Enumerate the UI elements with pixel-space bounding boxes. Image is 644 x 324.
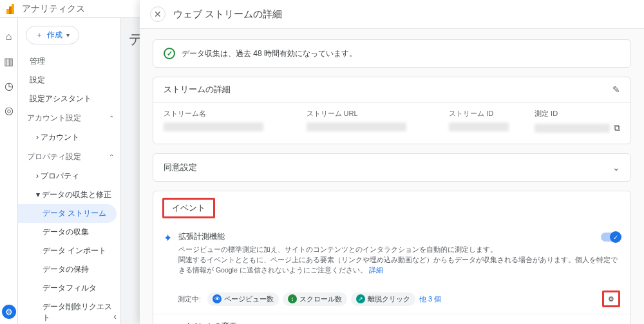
stream-details-header: ストリームの詳細 [164,84,231,95]
close-button[interactable]: ✕ [150,6,166,22]
enhanced-details-link[interactable]: 詳細 [369,266,383,274]
status-text: データ収集は、過去 48 時間有効になっています。 [182,48,357,59]
chevron-down-icon: ▾ [66,32,70,39]
collapse-sidebar-icon[interactable]: ‹ [113,311,117,321]
sidebar-data-import[interactable]: データ インポート [18,242,120,260]
sidebar-data-stream[interactable]: データ ストリーム [18,204,117,223]
scroll-icon: ↕ [288,294,297,303]
label-stream-name: ストリーム名 [164,109,307,119]
chip-scroll: ↕スクロール数 [283,292,347,306]
sidebar-data-delete-req[interactable]: データ削除リクエスト [18,298,120,324]
value-stream-url [307,122,406,131]
enhanced-toggle[interactable]: ✓ [601,233,620,242]
label-stream-url: ストリーム URL [307,109,450,119]
chip-pageview: 👁ページビュー数 [207,292,279,306]
row-title: イベントの変更 [183,321,609,324]
sidebar-data-collect-section[interactable]: ▾ データの収集と修正 [18,186,120,204]
chip-outbound: ↗離脱クリック [351,292,415,306]
value-stream-name [164,122,263,131]
chevron-up-icon: ⌃ [109,115,114,122]
reports-icon[interactable]: ▥ [3,55,15,67]
sidebar-property[interactable]: › プロパティ [18,167,120,186]
close-icon: ✕ [154,9,162,19]
row-modify-events[interactable]: ⎚ イベントの変更 受信イベントとパラメータを変更します。 詳細 › [153,314,630,324]
label-stream-id: ストリーム ID [449,109,535,119]
sidebar-account[interactable]: › アカウント [18,128,120,147]
overlay-title: ウェブ ストリームの詳細 [173,8,282,21]
create-label: 作成 [47,30,62,41]
consent-section[interactable]: 同意設定 ⌄ [153,153,631,182]
sidebar-data-filter[interactable]: データフィルタ [18,279,120,298]
status-banner: ✓ データ収集は、過去 48 時間有効になっています。 [153,39,631,68]
home-icon[interactable]: ⌂ [3,31,15,43]
gear-icon: ⚙ [608,295,614,303]
copy-icon[interactable]: ⧉ [614,122,620,133]
admin-gear-icon[interactable]: ⚙ [2,305,16,319]
value-measurement-id [535,124,610,133]
exit-icon: ↗ [356,294,365,303]
check-circle-icon: ✓ [164,48,175,59]
chevron-down-icon: ⌄ [612,162,620,173]
edit-icon[interactable]: ✎ [612,84,620,95]
sidebar-assistant[interactable]: 設定アシスタント [18,90,120,108]
value-stream-id [449,122,509,131]
analytics-logo [6,4,17,14]
sidebar-data-collect[interactable]: データの収集 [18,223,120,242]
sidebar-settings[interactable]: 設定 [18,71,120,90]
sparkle-icon: ✦ [164,232,172,244]
check-icon: ✓ [610,231,621,243]
enhanced-desc: ページビューの標準測定に加え、サイトのコンテンツとのインタラクションを自動的に測… [178,245,620,275]
enhanced-settings-button[interactable]: ⚙ [602,291,620,307]
plus-icon: ＋ [35,30,43,41]
eye-icon: 👁 [213,294,222,303]
sidebar-data-retention[interactable]: データの保持 [18,260,120,279]
consent-label: 同意設定 [164,162,197,173]
sidebar-property-section[interactable]: プロパティ設定⌃ [18,147,120,167]
sidebar-account-section[interactable]: アカウント設定⌃ [18,108,120,128]
events-header: イベント [162,198,215,218]
app-title: アナリティクス [22,3,85,15]
chevron-up-icon: ⌃ [109,153,114,160]
measuring-label: 測定中: [178,294,201,304]
explore-icon[interactable]: ◷ [3,80,15,91]
enhanced-title: 拡張計測機能 [178,231,620,242]
sidebar-admin[interactable]: 管理 [18,52,120,71]
more-chips-link[interactable]: 他 3 個 [419,294,441,304]
label-measurement-id: 測定 ID [535,109,620,119]
create-button[interactable]: ＋ 作成 ▾ [26,26,79,44]
ads-icon[interactable]: ◎ [3,104,15,116]
